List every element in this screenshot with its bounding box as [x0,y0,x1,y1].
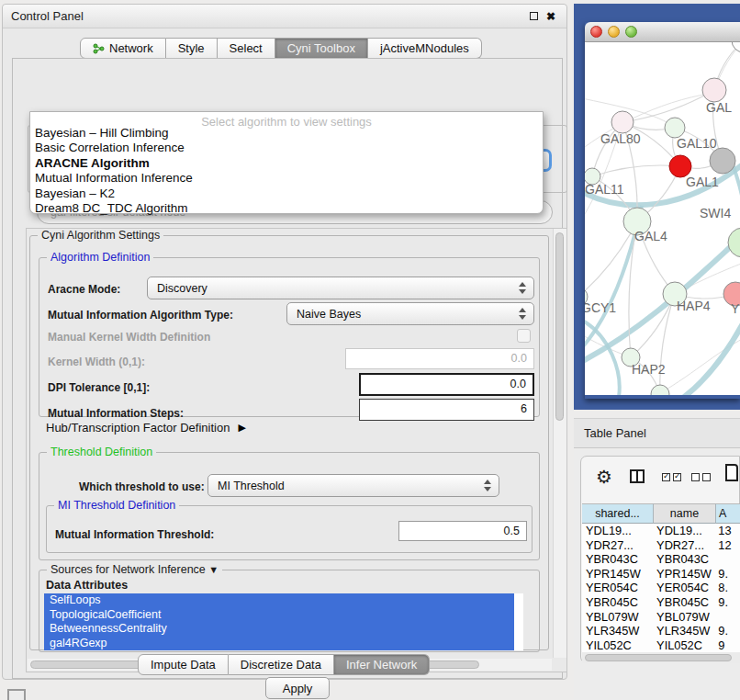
control-panel-title: Control Panel [11,9,84,23]
group-title: Threshold Definition [47,446,156,458]
algorithm-option[interactable]: Bayesian – Hill Climbing [33,126,540,141]
table-cell: YER054C [582,581,653,595]
node-table-panel: ⚙ shared...nameA YDL19...YDL19...13YDR27… [580,456,740,663]
tab-jactivemnodules[interactable]: jActiveMNodules [368,38,482,59]
network-node-gal80[interactable] [611,111,633,133]
table-row[interactable]: YDR27...YDR27...12 [582,538,740,553]
gear-icon[interactable]: ⚙ [596,466,612,488]
tab-network[interactable]: Network [80,38,166,59]
algorithm-option[interactable]: Bayesian – K2 [33,186,540,201]
sources-title: Sources for Network Inference [50,563,206,576]
tab-label: jActiveMNodules [380,41,469,55]
hub-definition-expander[interactable]: Hub/Transcription Factor Definition ▶ [46,421,246,435]
columns-icon[interactable] [630,469,645,483]
table-cell: YBR045C [582,595,653,610]
table-cell: YDL19... [653,524,714,538]
table-cell: 8. [714,581,740,595]
column-header-shared...[interactable]: shared... [582,503,654,524]
sources-title-row[interactable]: Sources for Network Inference ▼ [47,563,222,576]
data-attributes-label: Data Attributes [46,579,128,592]
table-toolbar: ⚙ [581,466,739,497]
table-row[interactable]: YBL079WYBL079W [582,610,740,625]
tab-label: Network [109,41,153,55]
file-icon[interactable] [725,464,738,481]
close-traffic-light[interactable] [590,26,602,38]
algorithm-option[interactable]: Dream8 DC_TDC Algorithm [33,201,540,216]
mi-type-combo[interactable]: Naive Bayes [286,302,534,325]
table-row[interactable]: YBR043CYBR043C [582,552,740,567]
table-horizontal-scrollbar[interactable] [582,652,740,663]
table-row[interactable]: YDL19...YDL19...13 [582,524,740,538]
mi-threshold-label: Mutual Information Threshold: [55,528,214,541]
table-cell [714,610,740,625]
spinner-arrows-icon [484,480,491,491]
table-row[interactable]: YBR045CYBR045C9. [582,595,740,610]
select-all-icon[interactable] [662,473,681,481]
network-node[interactable] [651,385,669,395]
table-cell: YDL19... [582,524,653,538]
table-panel-titlebar: Table Panel [574,418,740,448]
table-cell: 9 [714,638,740,652]
settings-vertical-scrollbar[interactable] [553,229,566,658]
network-icon [93,43,105,54]
close-icon[interactable]: ✖ [546,11,555,22]
kernel-width-label: Kernel Width (0,1): [48,356,145,368]
deselect-all-icon[interactable] [691,473,711,481]
mi-steps-field[interactable]: 6 [359,399,534,421]
algorithm-option[interactable]: ARACNE Algorithm [33,156,540,171]
spinner-arrows-icon [519,308,526,320]
node-label: GAL10 [677,136,717,151]
tab-impute-data[interactable]: Impute Data [138,654,229,675]
table-row[interactable]: YLR345WYLR345W9. [582,624,740,638]
minimize-traffic-light[interactable] [608,26,620,38]
manual-kernel-checkbox[interactable] [517,329,531,343]
kernel-width-field[interactable]: 0.0 [345,348,534,369]
network-node-swi4[interactable] [728,228,740,257]
table-row[interactable]: YPR145WYPR145W9. [582,567,740,581]
attribute-item-selected[interactable]: gal4RGexp [44,637,514,651]
scrollbar-thumb[interactable] [555,232,564,421]
tab-label: Impute Data [151,658,216,672]
scrollbar-thumb[interactable] [585,654,732,661]
network-node[interactable] [710,148,735,174]
tab-select[interactable]: Select [218,38,275,59]
mi-threshold-field[interactable]: 0.5 [398,521,527,541]
data-attributes-list[interactable]: SelfLoopsTopologicalCoefficientBetweenne… [44,593,523,650]
table-cell: YBR045C [653,595,714,610]
tab-label: Discretize Data [241,658,321,672]
tab-discretize-data[interactable]: Discretize Data [229,654,334,675]
tab-label: Style [178,41,205,55]
algorithm-option[interactable]: Mutual Information Inference [33,171,540,186]
column-header-name[interactable]: name [654,503,716,524]
table-row[interactable]: YIL052CYIL052C9 [582,638,740,652]
table-cell: YLR345W [653,624,714,638]
table-row[interactable]: YER054CYER054C8. [582,581,740,595]
zoom-traffic-light[interactable] [625,26,637,38]
tab-cyni-toolbox[interactable]: Cyni Toolbox [275,38,368,59]
network-node-gal10[interactable] [665,118,685,138]
tab-label: Cyni Toolbox [287,41,355,55]
network-graph: GALGAL80GAL10GAL1GAL11SWI4GAL4GCY1HAP4YH… [585,42,740,395]
network-canvas[interactable]: GALGAL80GAL10GAL1GAL11SWI4GAL4GCY1HAP4YH… [585,42,740,395]
which-threshold-combo[interactable]: MI Threshold [207,474,499,497]
algorithm-dropdown-popup: Select algorithm to view settings Bayesi… [29,111,544,214]
checked-box-icon [662,473,670,481]
apply-button[interactable]: Apply [265,677,330,699]
attribute-item-selected[interactable]: SelfLoops [44,593,514,608]
attribute-item-selected[interactable]: BetweennessCentrality [44,622,514,637]
network-window-titlebar[interactable] [585,22,740,42]
tab-style[interactable]: Style [166,38,218,59]
dpi-tolerance-field[interactable]: 0.0 [359,373,534,396]
group-title: MI Threshold Definition [54,499,179,512]
aracne-mode-combo[interactable]: Discovery [147,277,534,299]
unchecked-box-icon [691,473,700,481]
node-label: GAL11 [585,182,624,197]
control-panel-titlebar: Control Panel ✖ [3,5,566,28]
algorithm-option[interactable]: Basic Correlation Inference [33,141,540,155]
column-header-A[interactable]: A [716,503,740,524]
network-node-gal[interactable] [702,78,726,102]
float-window-icon[interactable] [530,12,538,20]
tab-infer-network[interactable]: Infer Network [334,654,430,675]
attribute-item-selected[interactable]: TopologicalCoefficient [44,608,514,623]
minimized-panel-icon[interactable] [7,689,26,700]
